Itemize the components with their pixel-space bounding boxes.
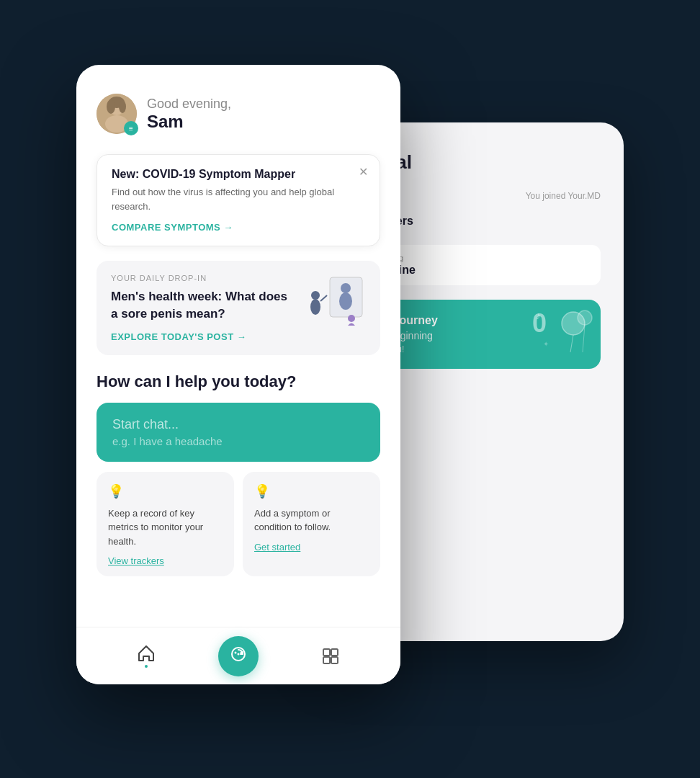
daily-illustration <box>301 274 366 331</box>
chat-input-area[interactable]: Start chat... e.g. I have a headache <box>97 403 380 462</box>
svg-rect-25 <box>331 649 338 656</box>
svg-line-18 <box>320 295 327 301</box>
illustration-svg <box>301 274 366 331</box>
timeline-joined-text: You joined Your.MD <box>526 191 601 201</box>
home-icon <box>137 644 156 663</box>
feeling-card: Feeling Fine <box>366 245 601 285</box>
chat-placeholder-main: Start chat... <box>112 417 364 432</box>
bottom-nav <box>76 627 400 684</box>
compare-symptoms-link[interactable]: COMPARE SYMPTOMS → <box>112 222 365 233</box>
svg-point-22 <box>237 653 239 655</box>
daily-label: YOUR DAILY DROP-IN <box>111 274 292 282</box>
daily-dropin-card: YOUR DAILY DROP-IN Men's health week: Wh… <box>97 261 380 355</box>
get-started-link[interactable]: Get started <box>254 542 369 553</box>
banner-description: Find out how the virus is affecting you … <box>112 185 365 213</box>
view-trackers-link[interactable]: View trackers <box>108 555 223 566</box>
chat-placeholder-example: e.g. I have a headache <box>112 435 364 447</box>
lightbulb-icon-2: 💡 <box>254 483 369 499</box>
chat-fab-button[interactable] <box>218 636 259 676</box>
svg-text:✦: ✦ <box>543 340 549 348</box>
grid-nav-item[interactable] <box>321 647 340 666</box>
svg-rect-26 <box>323 657 330 663</box>
svg-point-17 <box>310 299 320 315</box>
app-scene: Journal Jun 2020 You joined Your.MD ♡ Tr… <box>76 65 624 713</box>
trackers-suggestion-card[interactable]: 💡 Keep a record of key metrics to monito… <box>97 472 234 577</box>
svg-rect-27 <box>331 657 338 663</box>
svg-point-3 <box>578 310 592 325</box>
user-header: ≡ Good evening, Sam <box>97 94 380 134</box>
main-app-card: ≡ Good evening, Sam ✕ New: COVID-19 Symp… <box>76 65 400 684</box>
feeling-indicator: Fine <box>377 264 589 277</box>
svg-rect-24 <box>323 649 330 656</box>
svg-text:♪: ♪ <box>536 310 541 321</box>
svg-point-14 <box>341 283 351 293</box>
home-active-dot <box>145 665 148 668</box>
svg-point-21 <box>234 651 236 653</box>
daily-title: Men's health week: What does a sore peni… <box>111 288 292 323</box>
user-name: Sam <box>147 112 231 132</box>
refresh-chat-icon <box>229 645 248 663</box>
daily-content: YOUR DAILY DROP-IN Men's health week: Wh… <box>111 274 292 342</box>
avatar-wrapper: ≡ <box>97 94 137 134</box>
explore-post-link[interactable]: EXPLORE TODAY'S POST → <box>111 331 292 342</box>
feeling-label: Feeling <box>377 254 589 262</box>
lightbulb-icon: 💡 <box>108 483 223 499</box>
grid-icon <box>321 647 340 666</box>
trackers-suggestion-text: Keep a record of key metrics to monitor … <box>108 506 223 549</box>
balloon-decoration-icon: 0 ♪ ✦ <box>529 303 593 361</box>
card-content-area: ≡ Good evening, Sam ✕ New: COVID-19 Symp… <box>76 65 400 627</box>
svg-point-16 <box>311 291 320 300</box>
svg-point-23 <box>240 651 242 653</box>
svg-point-19 <box>348 315 355 322</box>
banner-title: New: COVID-19 Symptom Mapper <box>112 168 365 181</box>
svg-point-15 <box>339 292 352 310</box>
svg-point-11 <box>107 99 115 114</box>
avatar-badge: ≡ <box>124 121 138 135</box>
symptom-suggestion-text: Add a symptom or condition to follow. <box>254 506 369 535</box>
help-title: How can I help you today? <box>97 372 380 391</box>
home-nav-item[interactable] <box>137 644 156 668</box>
greeting-block: Good evening, Sam <box>147 97 231 132</box>
suggestion-row: 💡 Keep a record of key metrics to monito… <box>97 472 380 577</box>
svg-line-2 <box>570 335 573 352</box>
chat-refresh-icon <box>229 645 248 668</box>
covid-banner: ✕ New: COVID-19 Symptom Mapper Find out … <box>97 154 380 246</box>
chat-badge-icon: ≡ <box>129 125 133 133</box>
greeting-text: Good evening, <box>147 97 231 112</box>
svg-point-12 <box>119 100 126 113</box>
close-button[interactable]: ✕ <box>359 165 368 179</box>
symptom-suggestion-card[interactable]: 💡 Add a symptom or condition to follow. … <box>243 472 380 577</box>
